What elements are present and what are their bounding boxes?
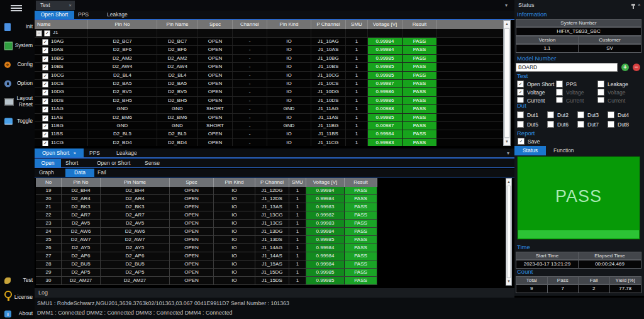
checkbox-icon[interactable] [556,89,563,96]
sidebar-item-config[interactable]: Config [0,57,35,73]
scrollbar-thumb[interactable] [507,186,511,278]
row-checkbox[interactable]: ✓ [42,81,48,87]
checkbox-icon[interactable]: ✓ [517,81,524,87]
scrollbar-thumb[interactable] [504,28,509,138]
close-icon[interactable]: × [638,2,641,8]
column-header[interactable]: Result [345,178,377,187]
row-checkbox[interactable]: ✓ [42,98,48,104]
tab-status[interactable]: Status [514,146,546,155]
table-row[interactable]: ✓11ASD2_BM6D2_BM6OPEN-IOJ1_11AS10.99985P… [35,114,503,122]
table-row[interactable]: ✓10CSD2_BA5D2_BA5OPEN-IOJ1_10CS10.99987P… [35,80,503,88]
doc-tab-open-short[interactable]: Open Short × [35,148,84,157]
dut-checkbox-dut8[interactable]: Dut8 [608,121,629,128]
table-row[interactable]: 23D2_AV5D2_AV5OPENIOJ1_13CS10.99983PASS [36,220,377,228]
checkbox-icon[interactable] [597,97,604,103]
window-tab-test[interactable]: Test × [36,1,75,10]
viewtab-fail[interactable]: Fail [94,169,119,177]
group-row[interactable]: −✓J1 [35,29,503,38]
sidebar-item-toggle[interactable]: Toggle [0,113,35,130]
test-checkbox-voltage[interactable]: ✓Voltage [517,89,545,96]
tab-leakage[interactable]: Leakage [104,11,143,19]
sidebar-item-init[interactable]: Init [0,19,35,35]
table-row[interactable]: ✓10AGD2_BC7D2_BC7OPEN-IOJ1_10AG10.99984P… [35,38,503,46]
column-header[interactable]: Voltage [V] [306,178,345,187]
column-header[interactable]: P Channel [255,178,289,187]
column-header[interactable]: Pin Kind [267,20,311,29]
test-checkbox-leakage[interactable]: Leakage [597,81,628,87]
model-number-input[interactable] [516,63,618,72]
tab-open-short[interactable]: Open Short [35,11,74,19]
row-checkbox[interactable]: ✓ [42,115,48,121]
subtab-open-or-short[interactable]: Open or Short [92,159,136,167]
save-checkbox[interactable]: ✓ Save [518,138,540,145]
table-row[interactable]: ✓11BGGNDGNDSHORT-GNDJ1_11BG10.00987PASS [35,122,503,130]
close-icon[interactable]: × [69,1,72,10]
subtab-open[interactable]: Open [35,159,61,167]
column-header[interactable]: P Channel [311,20,346,29]
table-row[interactable]: ✓10BGD2_AM2D2_AM2OPEN-IOJ1_10BG10.99985P… [35,55,503,63]
tab-pps[interactable]: PPS [74,11,104,19]
column-header[interactable]: Spec [198,20,233,29]
viewtab-graph[interactable]: Graph [35,169,65,177]
table-row[interactable]: 28D2_BU5D2_BU5OPENIOJ1_15AS10.99984PASS [36,260,377,269]
table-row[interactable]: 21D2_BK3D2_BK3OPENIOJ1_13AS10.99983PASS [36,203,377,211]
scroll-up-icon[interactable]: ▲ [504,21,510,28]
tab-function[interactable]: Function [546,146,587,155]
test-checkbox-voltage[interactable]: Voltage [556,89,584,96]
column-header[interactable]: Pin Name [101,178,170,187]
scroll-up-icon[interactable]: ▲ [506,179,511,186]
column-header[interactable]: Pin Name [157,20,198,29]
table-row[interactable]: 27D2_AP6D2_AP6OPENIOJ1_14AS10.99984PASS [36,252,377,260]
column-header[interactable]: SMU [346,20,368,29]
table-row[interactable]: 26D2_AY5D2_AY5OPENIOJ1_14AG10.99984PASS [36,244,377,252]
grid1-vertical-scrollbar[interactable]: ▲ ▼ [503,20,511,146]
row-checkbox[interactable]: ✓ [42,89,48,96]
test-checkbox-current[interactable]: Current [597,97,625,103]
table-row[interactable]: 30D2_AM27D2_AM27OPENIOJ1_15DS10.99985PAS… [36,277,377,285]
table-row[interactable]: 24D2_AW6D2_AW6OPENIOJ1_13DG10.99984PASS [36,228,377,236]
test-checkbox-open-short[interactable]: ✓Open Short [517,81,554,87]
subtab-sense[interactable]: Sense [136,159,171,167]
checkbox-icon[interactable] [597,89,604,96]
pin-icon[interactable] [631,4,635,6]
column-header[interactable]: No [36,178,62,187]
column-header[interactable]: SMU [289,178,306,187]
add-button[interactable]: + [621,64,629,71]
row-checkbox[interactable]: ✓ [42,56,48,62]
column-header[interactable]: Result [402,20,437,29]
checkbox-icon[interactable] [577,111,584,118]
sidebar-item-test[interactable]: Test [0,272,35,289]
checkbox-icon[interactable] [547,111,554,118]
checkbox-icon[interactable] [577,121,584,128]
dut-checkbox-dut4[interactable]: Dut4 [608,111,629,118]
chevron-down-icon[interactable]: ▾ [505,3,508,8]
table-row[interactable]: ✓11CGD2_BD4D2_BD4OPEN-IOJ1_11CG10.99983P… [35,139,503,146]
row-checkbox[interactable]: ✓ [42,39,48,45]
table-row[interactable]: ✓10DGD2_BV5D2_BV5OPEN-IOJ1_10DG10.99986P… [35,88,503,96]
sidebar-item-layout-reset[interactable]: Layout Reset [0,92,35,111]
table-row[interactable]: ✓10ASD2_BF6D2_BF6OPEN-IOJ1_10AS10.99984P… [35,46,503,54]
table-row[interactable]: 19D2_BH4D2_BH4OPENIOJ1_12DG10.99984PASS [36,187,377,195]
dut-checkbox-dut2[interactable]: Dut2 [547,111,569,118]
dut-checkbox-dut7[interactable]: Dut7 [577,121,599,128]
checkbox-icon[interactable]: ✓ [517,89,524,96]
row-checkbox[interactable]: ✓ [42,132,48,138]
grid2-vertical-scrollbar[interactable]: ▲ ▼ [506,178,512,286]
test-checkbox-voltage[interactable]: Voltage [597,89,625,96]
dut-checkbox-dut1[interactable]: Dut1 [517,111,538,118]
checkbox-icon[interactable] [608,121,614,128]
column-header[interactable]: Voltage [V] [368,20,402,29]
checkbox-icon[interactable] [608,111,614,118]
remove-button[interactable]: − [633,64,640,71]
checkbox-icon[interactable] [556,81,563,87]
column-header[interactable]: Pin Kind [214,178,255,187]
checkbox-icon[interactable] [556,97,563,103]
row-checkbox[interactable]: ✓ [42,47,48,53]
test-checkbox-pps[interactable]: PPS [556,81,577,87]
checkbox-icon[interactable] [517,121,524,128]
doc-tab-leakage[interactable]: Leakage [113,148,152,157]
column-header[interactable]: Spec [170,178,214,187]
row-checkbox[interactable]: ✓ [42,106,48,113]
table-row[interactable]: 22D2_AR7D2_AR7OPENIOJ1_13CG10.99982PASS [36,211,377,220]
dut-checkbox-dut6[interactable]: Dut6 [547,121,569,128]
